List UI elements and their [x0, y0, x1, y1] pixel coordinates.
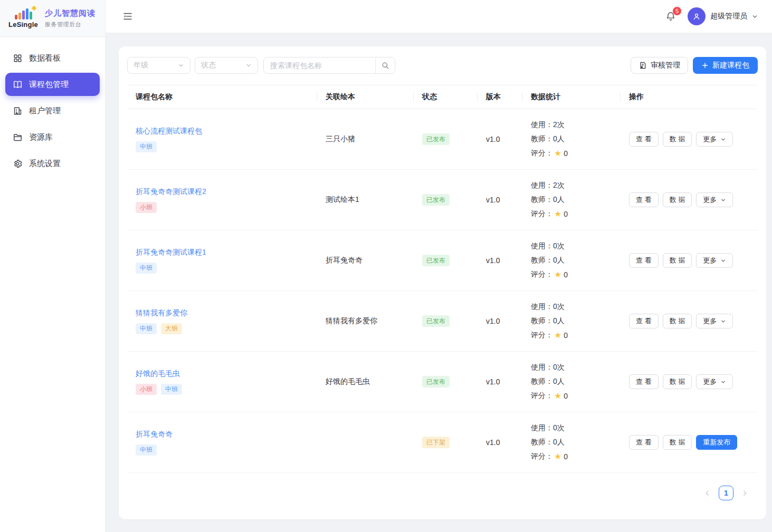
more-button-label: 更多: [703, 134, 717, 144]
row-actions: 查 看 数 据 更多: [621, 132, 758, 147]
row-actions: 查 看 数 据 更多: [621, 253, 758, 268]
table-row: 折耳兔奇奇测试课程1 中班 折耳兔奇奇 已发布 v1.0 使用：0次 教师：0人…: [127, 230, 758, 291]
republish-button[interactable]: 重新发布: [696, 435, 737, 450]
user-icon: [692, 12, 701, 21]
version: v1.0: [478, 135, 522, 143]
more-button[interactable]: 更多: [696, 132, 733, 147]
teacher-stat: 教师：0人: [531, 438, 612, 447]
notification-badge: 5: [672, 6, 682, 16]
course-package-link[interactable]: 折耳兔奇奇: [136, 430, 173, 439]
main-content: 年级 状态: [106, 33, 772, 532]
more-button-label: 更多: [703, 377, 717, 386]
data-button[interactable]: 数 据: [663, 253, 692, 268]
course-package-link[interactable]: 折耳兔奇奇测试课程2: [136, 187, 206, 197]
search-button[interactable]: [375, 57, 395, 73]
sidebar-item-resources[interactable]: 资源库: [5, 125, 100, 149]
logo-spark-icon: [31, 6, 36, 11]
course-package-link[interactable]: 好饿的毛毛虫: [136, 369, 180, 379]
column-header: 课程包名称: [127, 92, 317, 102]
stats: 使用：0次 教师：0人 评分： ★ 0: [522, 363, 621, 401]
rating-stat: 评分： ★ 0: [531, 331, 612, 340]
rating-value: 0: [564, 270, 568, 279]
grade-tag: 中班: [136, 323, 157, 334]
audit-management-button[interactable]: 审核管理: [631, 57, 688, 74]
grade-tag: 中班: [136, 263, 157, 274]
sidebar-item-course-packages[interactable]: 课程包管理: [5, 73, 100, 96]
status-badge: 已发布: [422, 194, 450, 206]
more-button[interactable]: 更多: [696, 253, 733, 268]
rating-value: 0: [564, 452, 568, 461]
grade-tag: 中班: [136, 141, 157, 152]
table-row: 折耳兔奇奇 中班 已下架 v1.0 使用：0次 教师：0人 评分： ★ 0 查 …: [127, 412, 758, 473]
grade-tag: 小班: [136, 202, 157, 213]
row-actions: 查 看 数 据 更多: [621, 374, 758, 389]
sidebar-item-tenants[interactable]: 租户管理: [5, 99, 100, 122]
more-button[interactable]: 更多: [696, 314, 733, 328]
chevron-down-icon: [720, 379, 726, 385]
sidebar-collapse-button[interactable]: [122, 11, 133, 22]
column-header: 状态: [414, 92, 478, 102]
more-button-label: 更多: [703, 195, 717, 205]
stats: 使用：0次 教师：0人 评分： ★ 0: [522, 302, 621, 340]
rating-stat: 评分： ★ 0: [531, 209, 612, 219]
related-book: 测试绘本1: [317, 195, 414, 205]
data-button[interactable]: 数 据: [663, 314, 692, 328]
teacher-stat: 教师：0人: [531, 134, 612, 144]
stats: 使用：0次 教师：0人 评分： ★ 0: [522, 241, 621, 279]
sidebar-item-settings[interactable]: 系统设置: [5, 152, 100, 175]
more-button[interactable]: 更多: [696, 374, 733, 389]
status-badge: 已下架: [422, 437, 450, 448]
grade-select[interactable]: 年级: [127, 57, 190, 74]
pagination-prev-button[interactable]: [704, 490, 711, 497]
view-button[interactable]: 查 看: [629, 253, 659, 268]
rating-label: 评分：: [531, 149, 553, 158]
pagination-next-button[interactable]: [741, 490, 748, 497]
user-name[interactable]: 超级管理员: [710, 12, 747, 21]
data-button[interactable]: 数 据: [663, 374, 692, 389]
rating-stat: 评分： ★ 0: [531, 391, 612, 401]
usage-stat: 使用：0次: [531, 423, 612, 433]
rating-value: 0: [564, 331, 568, 340]
view-button[interactable]: 查 看: [629, 374, 659, 389]
data-button[interactable]: 数 据: [663, 435, 692, 450]
audit-icon: [638, 61, 647, 70]
notifications-button[interactable]: 5: [665, 11, 676, 22]
brand-logo: LeSingle 少儿智慧阅读 服务管理后台: [0, 0, 105, 37]
version: v1.0: [478, 317, 522, 325]
more-button[interactable]: 更多: [696, 192, 733, 207]
course-package-link[interactable]: 猜猜我有多爱你: [136, 308, 187, 318]
rating-value: 0: [564, 392, 568, 400]
create-course-package-button[interactable]: 新建课程包: [693, 57, 758, 74]
search-input[interactable]: [264, 57, 375, 73]
data-button[interactable]: 数 据: [663, 192, 692, 207]
more-button-label: 更多: [703, 316, 717, 326]
usage-stat: 使用：2次: [531, 181, 612, 190]
version: v1.0: [478, 256, 522, 265]
column-header: 关联绘本: [317, 92, 414, 102]
version: v1.0: [478, 196, 522, 204]
pagination-page-1[interactable]: 1: [719, 486, 733, 500]
rating-label: 评分：: [531, 391, 553, 401]
course-package-link[interactable]: 折耳兔奇奇测试课程1: [136, 248, 206, 257]
star-icon: ★: [554, 331, 561, 340]
data-button[interactable]: 数 据: [663, 132, 692, 147]
status-select[interactable]: 状态: [195, 57, 258, 74]
dashboard-icon: [13, 53, 23, 63]
related-book: 好饿的毛毛虫: [317, 377, 414, 386]
avatar[interactable]: [688, 7, 706, 25]
view-button[interactable]: 查 看: [629, 132, 659, 147]
user-menu-chevron-down-icon[interactable]: [751, 13, 758, 20]
view-button[interactable]: 查 看: [629, 435, 659, 450]
course-package-link[interactable]: 核心流程测试课程包: [136, 127, 202, 136]
filter-bar: 年级 状态: [127, 57, 758, 74]
grade-tags: 中班: [136, 444, 309, 456]
rating-label: 评分：: [531, 209, 553, 219]
table-row: 折耳兔奇奇测试课程2 小班 测试绘本1 已发布 v1.0 使用：2次 教师：0人…: [127, 170, 758, 230]
sidebar-item-dashboard[interactable]: 数据看板: [5, 46, 100, 70]
view-button[interactable]: 查 看: [629, 192, 659, 207]
teacher-stat: 教师：0人: [531, 316, 612, 326]
version: v1.0: [478, 438, 522, 447]
view-button[interactable]: 查 看: [629, 314, 659, 328]
logo-wordmark: LeSingle: [8, 21, 38, 28]
top-header: 5 超级管理员: [106, 0, 772, 33]
